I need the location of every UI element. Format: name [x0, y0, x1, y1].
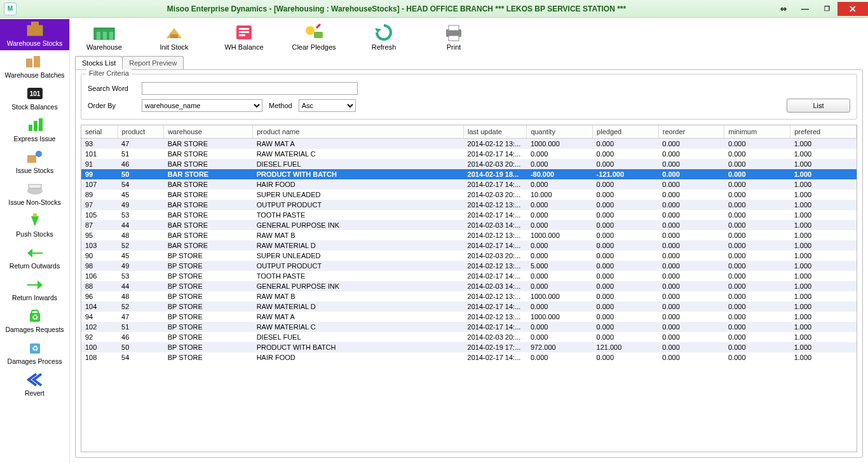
table-row[interactable]: 9447BP STORERAW MAT A2014-02-12 13:...10…: [81, 312, 857, 322]
cell: OUTPUT PRODUCT: [253, 200, 464, 210]
tab-stocks-list[interactable]: Stocks List: [75, 56, 123, 69]
svg-text:♻: ♻: [31, 313, 38, 322]
table-row[interactable]: 10854BP STOREHAIR FOOD2014-02-17 14:...0…: [81, 352, 857, 363]
toolbar-init-stock-button[interactable]: Init Stock: [149, 22, 200, 51]
cell: RAW MAT B: [253, 291, 464, 301]
cell: 91: [81, 159, 118, 169]
table-row[interactable]: 9849BP STOREOUTPUT PRODUCT2014-02-12 13:…: [81, 261, 857, 271]
table-row[interactable]: 8844BP STOREGENERAL PURPOSE INK2014-02-0…: [81, 281, 857, 291]
col-header[interactable]: pledged: [593, 125, 659, 139]
sidebar-item-warehouse-batches[interactable]: Warehouse Batches: [0, 51, 69, 82]
cell: GENERAL PURPOSE INK: [253, 220, 464, 230]
sidebar-item-damages-process[interactable]: ♻Damages Process: [0, 337, 69, 368]
svg-rect-8: [39, 118, 43, 131]
toolbar-print-button[interactable]: Print: [428, 22, 479, 51]
toolbar-icon: [301, 22, 327, 43]
cell: BP STORE: [164, 352, 253, 363]
sidebar-icon: [25, 275, 45, 293]
table-row[interactable]: 10754BAR STOREHAIR FOOD2014-02-17 14:...…: [81, 179, 857, 190]
method-label: Method: [269, 102, 292, 109]
cell: HAIR FOOD: [253, 179, 464, 190]
table-row[interactable]: 9146BAR STOREDIESEL FUEL2014-02-03 20:..…: [81, 159, 857, 169]
toolbar-clear-pledges-button[interactable]: Clear Pledges: [288, 22, 339, 51]
cell: 106: [81, 271, 118, 281]
col-header[interactable]: last update: [464, 125, 527, 139]
sidebar: Warehouse StocksWarehouse Batches101Stoc…: [0, 18, 70, 463]
cell: 2014-02-17 14:...: [464, 271, 527, 281]
table-row[interactable]: 10553BAR STORETOOTH PASTE2014-02-17 14:.…: [81, 210, 857, 220]
list-button[interactable]: List: [787, 99, 850, 113]
cell: 1.000: [790, 342, 857, 352]
svg-rect-19: [97, 32, 100, 39]
col-header[interactable]: reorder: [658, 125, 724, 139]
cell: 0.000: [593, 312, 659, 322]
cell: BAR STORE: [164, 200, 253, 210]
table-row[interactable]: 10050BP STOREPRODUCT WITH BATCH2014-02-1…: [81, 342, 857, 352]
table-row[interactable]: 9246BP STOREDIESEL FUEL2014-02-03 20:...…: [81, 332, 857, 342]
cell: -121.000: [593, 169, 659, 179]
close-button[interactable]: ✕: [837, 2, 868, 16]
cell: 0.000: [658, 281, 724, 291]
search-input[interactable]: [142, 82, 358, 95]
cell: RAW MATERIAL D: [253, 301, 464, 312]
sidebar-item-damages-requests[interactable]: ♻Damages Requests: [0, 305, 69, 336]
sidebar-icon: [25, 244, 45, 261]
sidebar-item-label: Push Stocks: [3, 231, 67, 238]
cell: 0.000: [593, 210, 659, 220]
method-select[interactable]: Asc: [299, 99, 356, 112]
toolbar-wh-balance-button[interactable]: WH Balance: [219, 22, 269, 51]
sidebar-item-return-inwards[interactable]: Return Inwards: [0, 273, 69, 305]
table-row[interactable]: 9347BAR STORERAW MAT A2014-02-12 13:...1…: [81, 139, 857, 149]
sidebar-item-stock-balances[interactable]: 101Stock Balances: [0, 83, 69, 114]
sidebar-item-push-stocks[interactable]: Push Stocks: [0, 210, 69, 241]
table-row[interactable]: 10452BP STORERAW MATERIAL D2014-02-17 14…: [81, 301, 857, 312]
cell: BAR STORE: [164, 149, 253, 159]
col-header[interactable]: serial: [81, 125, 118, 139]
col-header[interactable]: quantity: [527, 125, 593, 139]
cell: 0.000: [593, 332, 659, 342]
tab-report-preview[interactable]: Report Preview: [122, 56, 184, 69]
cell: 2014-02-12 13:...: [464, 312, 527, 322]
table-row[interactable]: 9648BP STORERAW MAT B2014-02-12 13:...10…: [81, 291, 857, 301]
cell: 0.000: [658, 332, 724, 342]
table-row[interactable]: 8744BAR STOREGENERAL PURPOSE INK2014-02-…: [81, 220, 857, 230]
stocks-grid[interactable]: serialproductwarehouseproduct namelast u…: [81, 125, 857, 452]
cell: 2014-02-17 14:...: [464, 352, 527, 363]
sidebar-item-revert[interactable]: Revert: [0, 369, 69, 400]
table-row[interactable]: 10151BAR STORERAW MATERIAL C2014-02-17 1…: [81, 149, 857, 159]
cell: 0.000: [527, 220, 593, 230]
sidebar-item-express-issue[interactable]: Express Issue: [0, 114, 69, 146]
table-row[interactable]: 10653BP STORETOOTH PASTE2014-02-17 14:..…: [81, 271, 857, 281]
toolbar-warehouse-button[interactable]: Warehouse: [79, 22, 130, 51]
minimize-button[interactable]: —: [794, 2, 816, 16]
cell: 1.000: [790, 240, 857, 251]
table-row[interactable]: 9548BAR STORERAW MAT B2014-02-12 13:...1…: [81, 230, 857, 240]
table-row[interactable]: 9045BP STORESUPER UNLEADED2014-02-03 20:…: [81, 251, 857, 261]
cell: 1.000: [790, 200, 857, 210]
table-row[interactable]: 9749BAR STOREOUTPUT PRODUCT2014-02-12 13…: [81, 200, 857, 210]
table-row[interactable]: 9950BAR STOREPRODUCT WITH BATCH2014-02-1…: [81, 169, 857, 179]
table-row[interactable]: 10352BAR STORERAW MATERIAL D2014-02-17 1…: [81, 240, 857, 251]
table-row[interactable]: 8945BAR STORESUPER UNLEADED2014-02-03 20…: [81, 190, 857, 200]
toolbar-refresh-button[interactable]: Refresh: [358, 22, 409, 51]
sidebar-item-warehouse-stocks[interactable]: Warehouse Stocks: [0, 19, 69, 50]
cell: BAR STORE: [164, 220, 253, 230]
cell: 2014-02-17 14:...: [464, 240, 527, 251]
col-header[interactable]: warehouse: [164, 125, 253, 139]
col-header[interactable]: product: [118, 125, 164, 139]
cell: 53: [118, 271, 164, 281]
table-row[interactable]: 10251BP STORERAW MATERIAL C2014-02-17 14…: [81, 322, 857, 332]
sidebar-item-return-outwards[interactable]: Return Outwards: [0, 242, 69, 273]
col-header[interactable]: product name: [253, 125, 464, 139]
cell: SUPER UNLEADED: [253, 190, 464, 200]
sidebar-item-issue-non-stocks[interactable]: Issue Non-Stocks: [0, 178, 69, 209]
collapse-button[interactable]: ⇔: [773, 2, 794, 16]
cell: BP STORE: [164, 281, 253, 291]
col-header[interactable]: minimum: [724, 125, 790, 139]
col-header[interactable]: prefered: [790, 125, 857, 139]
sidebar-item-issue-stocks[interactable]: Issue Stocks: [0, 146, 69, 177]
order-by-select[interactable]: warehouse_name: [142, 99, 262, 112]
cell: BP STORE: [164, 271, 253, 281]
restore-button[interactable]: ❐: [816, 2, 837, 16]
svg-rect-9: [27, 155, 36, 163]
